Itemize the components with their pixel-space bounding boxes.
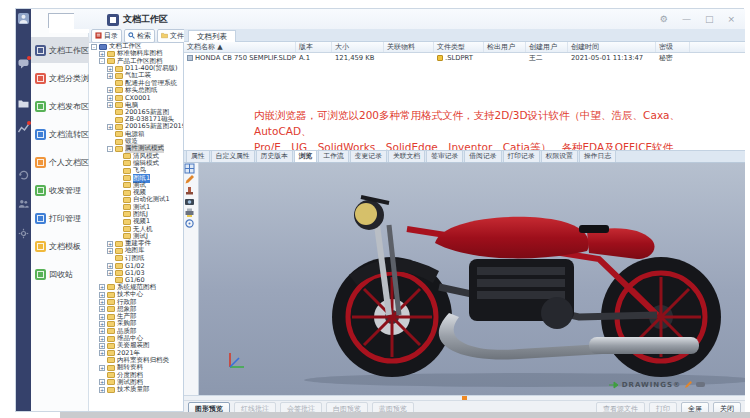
column-header[interactable]: 大小 [332,42,384,52]
expand-icon[interactable]: + [107,241,113,247]
workspace-root-icon [99,44,107,50]
collapse-icon[interactable]: - [107,146,113,152]
chat-icon[interactable] [18,58,29,69]
rotate-tool-icon[interactable] [184,218,198,229]
folder-icon [115,131,123,137]
tab-签审记录[interactable]: 签审记录 [426,150,463,162]
expand-icon[interactable]: + [107,270,113,276]
motorcycle-3d-model [289,167,745,392]
sidebar-item-6[interactable]: 收发管理 [31,177,89,203]
settings-button[interactable]: ⚙ [660,12,668,26]
column-header[interactable]: 版本 [296,42,332,52]
tree-node[interactable]: +技术质量部 [89,386,183,393]
expand-icon[interactable]: + [107,124,113,130]
tab-属性[interactable]: 属性 [186,150,210,162]
print-tool-icon[interactable] [184,207,198,218]
expand-icon[interactable]: + [99,365,105,371]
table-cell [384,53,434,63]
expand-icon[interactable]: + [107,248,113,254]
folder-icon [115,73,123,79]
sidebar-item-8[interactable]: 文档模板 [31,233,89,259]
expand-icon[interactable]: + [99,321,105,327]
grid-tool-icon[interactable] [184,163,198,174]
expand-icon[interactable]: + [107,87,113,93]
sidebar-item-5[interactable]: 个人文档区 [31,149,89,175]
tab-浏览[interactable]: 浏览 [294,150,318,162]
tree-toolbar: 目录检索文件夹 [89,29,183,43]
gear-icon[interactable] [18,228,29,239]
expand-icon[interactable]: + [99,314,105,320]
column-header[interactable]: 文档名称 ▲ [184,42,296,52]
expand-icon[interactable]: + [99,328,105,334]
sidebar-item-label: 个人文档区 [49,157,89,168]
expand-icon[interactable]: + [99,350,105,356]
expand-icon[interactable]: + [107,95,113,101]
tab-权限设置[interactable]: 权限设置 [541,150,578,162]
folder-icon [123,160,131,166]
expand-icon[interactable]: + [99,284,105,290]
tab-工作流[interactable]: 工作流 [318,150,348,162]
people-icon[interactable] [18,198,29,209]
activity-chart-icon[interactable] [18,123,29,134]
tree-toolbar-search-button[interactable]: 检索 [124,29,155,43]
annotation-text: 内嵌浏览器，可浏览以200多种常用格式文件，支持2D/3D设计软件（中望、浩辰、… [254,107,734,155]
expand-icon[interactable]: + [99,387,105,393]
sync-icon[interactable] [18,169,29,180]
expand-icon[interactable]: + [99,343,105,349]
minimize-button[interactable]: — [682,12,691,26]
tab-借阅记录[interactable]: 借阅记录 [464,150,501,162]
column-header[interactable]: 文件类型 [434,42,484,52]
3d-viewer-canvas[interactable]: DRAWINGS® [184,163,745,395]
tree-toolbar-catalog-button[interactable]: 目录 [91,29,122,43]
column-header[interactable]: 密级 [656,42,690,52]
expand-icon[interactable]: + [107,102,113,108]
folder-icon [107,350,115,356]
column-header[interactable]: 检出用户 [484,42,526,52]
expand-icon[interactable]: + [99,292,105,298]
expand-icon[interactable]: + [99,299,105,305]
table-row[interactable]: HONDA CB 750 SEMPLIF.SLDPRTA.1121,459 KB… [184,53,745,63]
sidebar-item-3[interactable]: 文档发布区 [31,93,89,119]
sidebar-item-icon [35,241,46,252]
tab-自定义属性[interactable]: 自定义属性 [211,150,255,162]
folder-icon[interactable] [18,98,29,109]
content-panel: 文档列表 文档名称 ▲版本大小关联物料文件类型检出用户创建用户创建时间密级 HO… [184,29,745,411]
sidebar-item-9[interactable]: 回收站 [31,261,89,287]
tab-历史版本[interactable]: 历史版本 [256,150,293,162]
no-expander [107,139,113,145]
maximize-button[interactable]: □ [705,12,714,26]
folder-icon [107,314,115,320]
expand-icon[interactable]: + [99,306,105,312]
column-header[interactable]: 创建用户 [526,42,568,52]
folder-icon [107,387,115,393]
expand-icon[interactable]: + [107,73,113,79]
sidebar-item-2[interactable]: 文档分类浏览 [31,65,89,91]
expand-icon[interactable]: + [99,336,105,342]
camera-tool-icon[interactable] [184,196,198,207]
sidebar-item-4[interactable]: 文档流转区 [31,121,89,147]
stamp-tool-icon[interactable] [184,185,198,196]
expand-icon[interactable]: + [107,66,113,72]
column-header[interactable]: 创建时间 [568,42,656,52]
expand-icon[interactable]: + [107,263,113,269]
no-expander [107,277,113,283]
pencil-tool-icon[interactable] [184,174,198,185]
tab-变更记录[interactable]: 变更记录 [350,150,387,162]
sidebar-item-1[interactable]: 文档工作区 [31,37,89,63]
tab-操作日志[interactable]: 操作日志 [579,150,616,162]
tab-关联文档[interactable]: 关联文档 [388,150,425,162]
collapse-icon[interactable]: - [99,58,105,64]
module-title: 文档工作区 [107,13,168,26]
table-cell: 王二 [526,53,568,63]
close-button[interactable]: × [727,12,735,26]
user-avatar-icon[interactable] [18,13,29,24]
column-header[interactable]: 关联物料 [384,42,434,52]
folder-icon [115,241,123,247]
folder-icon [107,336,115,342]
no-expander [115,182,121,188]
expand-icon[interactable]: + [99,379,105,385]
collapse-icon[interactable]: - [91,44,97,50]
sidebar-item-7[interactable]: 打印管理 [31,205,89,231]
expand-icon[interactable]: + [99,51,105,57]
tab-打印记录[interactable]: 打印记录 [503,150,540,162]
